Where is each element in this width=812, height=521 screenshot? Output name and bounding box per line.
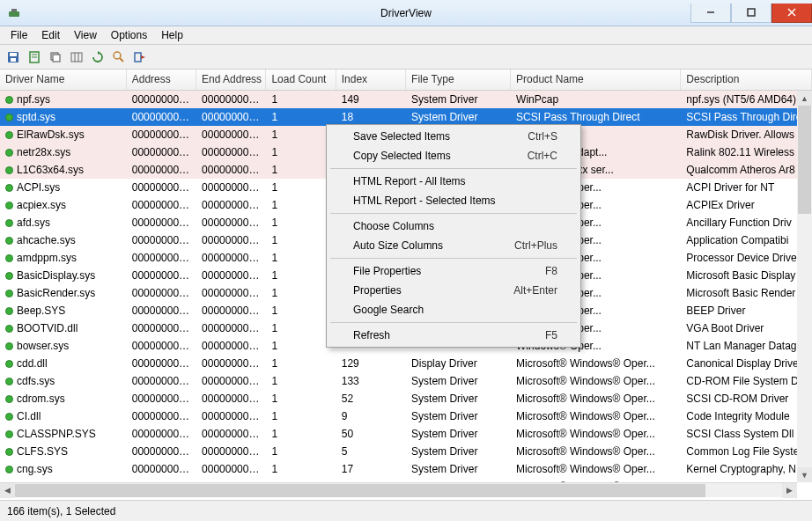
menu-options[interactable]: Options bbox=[104, 27, 154, 43]
table-row[interactable]: CI.dll00000000`0...00000000`0...19System… bbox=[0, 407, 812, 425]
cell-product-name: WinPcap bbox=[511, 92, 681, 107]
col-load-count[interactable]: Load Count bbox=[266, 70, 336, 90]
context-menu-item[interactable]: File PropertiesF8 bbox=[328, 261, 579, 281]
menu-label: Properties bbox=[353, 284, 402, 297]
minimize-button[interactable] bbox=[690, 4, 731, 23]
context-menu-item[interactable]: RefreshF5 bbox=[328, 326, 579, 345]
cell-end-address: 00000000`0... bbox=[196, 285, 266, 301]
cell-description: Application Compatibi bbox=[681, 232, 812, 248]
status-dot-icon bbox=[5, 131, 13, 139]
scroll-thumb-v[interactable] bbox=[798, 106, 811, 214]
maximize-button[interactable] bbox=[731, 4, 771, 23]
cell-driver-name: ahcache.sys bbox=[17, 234, 76, 246]
context-menu-item[interactable]: Save Selected ItemsCtrl+S bbox=[328, 127, 579, 146]
cell-driver-name: BOOTVID.dll bbox=[17, 322, 78, 334]
svg-line-19 bbox=[120, 58, 123, 62]
cell-description: Qualcomm Atheros Ar8 bbox=[681, 162, 812, 178]
col-address[interactable]: Address bbox=[127, 70, 196, 90]
col-driver-name[interactable]: Driver Name bbox=[0, 70, 127, 90]
menu-shortcut: Ctrl+C bbox=[528, 150, 557, 162]
cell-address: 00000000`0... bbox=[127, 426, 196, 442]
menu-label: Choose Columns bbox=[353, 220, 434, 232]
cell-address: 00000000`0... bbox=[127, 268, 196, 283]
refresh-icon[interactable] bbox=[88, 48, 107, 67]
table-row[interactable]: cdfs.sys00000000`0...00000000`0...1133Sy… bbox=[0, 372, 812, 390]
cell-product-name: Microsoft® Windows® Oper... bbox=[511, 408, 681, 424]
app-icon bbox=[7, 6, 21, 20]
cell-load-count: 1 bbox=[266, 356, 336, 371]
context-menu-item[interactable]: HTML Report - Selected Items bbox=[328, 191, 579, 210]
cell-address: 00000000`0... bbox=[127, 303, 196, 319]
col-index[interactable]: Index bbox=[336, 70, 406, 90]
cell-driver-name: npf.sys bbox=[17, 93, 50, 106]
copy-icon[interactable] bbox=[46, 48, 65, 67]
menu-shortcut: Ctrl+Plus bbox=[514, 239, 557, 252]
context-menu-item[interactable]: Copy Selected ItemsCtrl+C bbox=[328, 146, 579, 165]
table-row[interactable]: npf.sys00000000`0...00000000`0...1149Sys… bbox=[0, 91, 812, 108]
cell-end-address: 00000000`0... bbox=[196, 320, 266, 336]
scroll-left-icon[interactable]: ◀ bbox=[0, 483, 15, 498]
cell-driver-name: acpiex.sys bbox=[17, 199, 66, 211]
table-row[interactable]: cng.sys00000000`0...00000000`0...117Syst… bbox=[0, 460, 812, 478]
vertical-scrollbar[interactable]: ▲ ▼ bbox=[797, 91, 812, 482]
status-dot-icon bbox=[5, 307, 13, 315]
context-menu-item[interactable]: Choose Columns bbox=[328, 216, 579, 236]
menu-shortcut: Ctrl+S bbox=[528, 130, 557, 143]
menu-edit[interactable]: Edit bbox=[34, 27, 67, 43]
cell-address: 00000000`0... bbox=[127, 338, 196, 354]
menu-file[interactable]: File bbox=[4, 27, 34, 43]
table-row[interactable]: sptd.sys00000000`0...00000000`0...118Sys… bbox=[0, 108, 812, 126]
table-row[interactable]: CLFS.SYS00000000`0...00000000`0...15Syst… bbox=[0, 443, 812, 460]
cell-file-type: System Driver bbox=[406, 426, 511, 442]
close-button[interactable] bbox=[771, 4, 812, 23]
save-icon[interactable] bbox=[4, 48, 23, 67]
properties-icon[interactable] bbox=[25, 48, 44, 67]
status-dot-icon bbox=[5, 448, 13, 456]
cell-file-type: System Driver bbox=[406, 373, 511, 389]
scroll-down-icon[interactable]: ▼ bbox=[797, 467, 812, 482]
context-menu-item[interactable]: PropertiesAlt+Enter bbox=[328, 281, 579, 300]
horizontal-scrollbar[interactable]: ◀ ▶ bbox=[0, 482, 797, 497]
col-description[interactable]: Description bbox=[681, 70, 812, 90]
cell-driver-name: bowser.sys bbox=[17, 340, 69, 352]
cell-load-count: 1 bbox=[266, 109, 336, 125]
cell-driver-name: cng.sys bbox=[17, 463, 53, 475]
scroll-thumb-h[interactable] bbox=[15, 484, 705, 497]
cell-description: Kernel Cryptography, N bbox=[681, 461, 812, 477]
table-row[interactable]: cdrom.sys00000000`0...00000000`0...152Sy… bbox=[0, 390, 812, 407]
cell-end-address: 00000000`0... bbox=[196, 127, 266, 143]
cell-description: NT Lan Manager Datag bbox=[681, 338, 812, 354]
table-row[interactable]: CLASSPNP.SYS00000000`0...00000000`0...15… bbox=[0, 425, 812, 443]
menu-label: Google Search bbox=[353, 304, 424, 316]
context-menu-item[interactable]: Auto Size ColumnsCtrl+Plus bbox=[328, 236, 579, 255]
svg-rect-20 bbox=[135, 53, 141, 62]
exit-icon[interactable] bbox=[130, 48, 150, 67]
cell-file-type: System Driver bbox=[406, 92, 511, 107]
menu-label: Copy Selected Items bbox=[353, 150, 451, 162]
menu-view[interactable]: View bbox=[67, 27, 104, 43]
cell-address: 00000000`0... bbox=[127, 232, 196, 248]
cell-load-count: 1 bbox=[266, 461, 336, 477]
cell-description: Ralink 802.11 Wireless A bbox=[681, 144, 812, 160]
cell-end-address: 00000000`0... bbox=[196, 197, 266, 213]
context-menu-item[interactable]: Google Search bbox=[328, 300, 579, 319]
cell-driver-name: cdrom.sys bbox=[17, 393, 65, 405]
table-row[interactable]: cdd.dll00000000`0...00000000`0...1129Dis… bbox=[0, 355, 812, 372]
status-dot-icon bbox=[5, 290, 13, 297]
col-product-name[interactable]: Product Name bbox=[511, 70, 681, 90]
status-dot-icon bbox=[5, 149, 13, 157]
menu-help[interactable]: Help bbox=[154, 27, 190, 43]
scroll-right-icon[interactable]: ▶ bbox=[782, 483, 797, 498]
column-headers: Driver Name Address End Address Load Cou… bbox=[0, 70, 812, 91]
cell-load-count: 1 bbox=[266, 444, 336, 459]
cell-end-address: 00000000`0... bbox=[196, 461, 266, 477]
context-menu-item[interactable]: HTML Report - All Items bbox=[328, 172, 579, 191]
cell-file-type: System Driver bbox=[406, 408, 511, 424]
cell-index: 50 bbox=[336, 426, 406, 442]
find-icon[interactable] bbox=[109, 48, 129, 67]
menubar: File Edit View Options Help bbox=[0, 26, 812, 45]
col-end-address[interactable]: End Address bbox=[196, 70, 266, 90]
scroll-up-icon[interactable]: ▲ bbox=[797, 91, 812, 106]
columns-icon[interactable] bbox=[67, 48, 86, 67]
col-file-type[interactable]: File Type bbox=[406, 70, 511, 90]
